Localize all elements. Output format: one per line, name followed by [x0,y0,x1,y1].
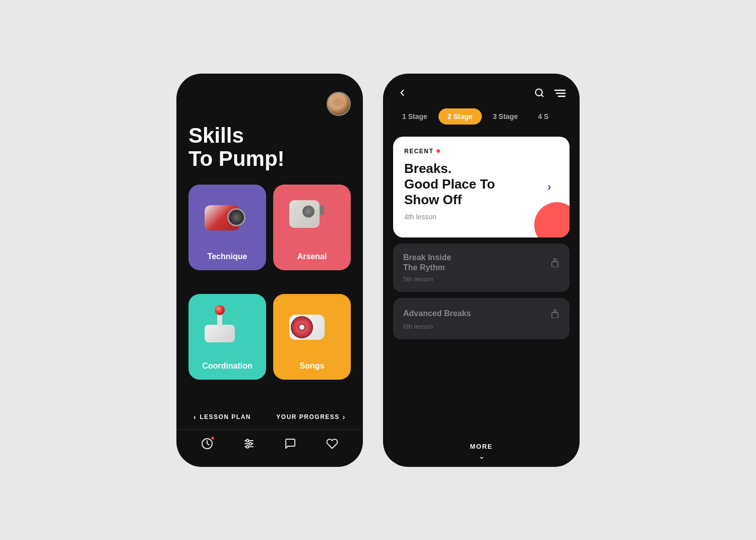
menu-button[interactable] [554,88,565,100]
header-actions [534,88,565,100]
more-label: MORE [470,443,493,450]
sliders-tab[interactable] [243,438,255,453]
lesson-card-5[interactable]: Break Inside The Rythm 5th lesson [393,244,570,292]
coordination-label: Coordination [202,362,253,371]
svg-rect-13 [552,313,558,318]
coordination-icon [205,302,250,342]
avatar-image [328,93,350,115]
navigate-arrow[interactable]: › [540,178,558,196]
search-button[interactable] [534,88,544,100]
lock-icon-5 [550,256,559,270]
heart-tab[interactable] [326,438,338,453]
phone2-content: RECENT Breaks. Good Place To Show Off 4t… [383,133,580,437]
technique-icon [205,193,250,233]
svg-point-4 [246,439,248,442]
svg-rect-12 [552,262,558,267]
skill-card-songs[interactable]: Songs [273,294,351,380]
phone1-content: Skills To Pump! Technique [176,74,363,429]
your-progress-nav[interactable]: YOUR PROGRESS › [276,413,346,421]
page-wrapper: Skills To Pump! Technique [0,0,756,540]
skills-grid: Technique Arsenal [188,185,351,397]
phone1-header [188,84,351,116]
recent-card[interactable]: RECENT Breaks. Good Place To Show Off 4t… [393,137,570,237]
avatar[interactable] [327,92,351,116]
chat-tab[interactable] [284,438,296,453]
notification-dot [211,437,214,440]
songs-icon [289,302,335,342]
stage-tab-4[interactable]: 4 S [529,108,557,125]
chevron-left-icon: ‹ [194,413,197,421]
lesson-num-5: 5th lesson [403,275,559,283]
lesson-row: Break Inside The Rythm [403,253,559,274]
skill-card-technique[interactable]: Technique [188,185,266,270]
svg-point-5 [249,442,251,445]
recent-title: Breaks. Good Place To Show Off [404,161,520,208]
lesson-num-6: 6th lesson [403,323,559,330]
arsenal-icon [289,193,335,233]
arsenal-label: Arsenal [297,252,327,261]
phone1-nav: ‹ LESSON PLAN YOUR PROGRESS › [188,405,351,429]
stage-tab-2[interactable]: 2 Stage [438,108,482,125]
bottom-bar [176,429,363,467]
svg-line-8 [541,94,543,96]
chevron-down-icon: ⌄ [478,451,485,461]
back-button[interactable] [397,88,407,100]
technique-label: Technique [208,252,247,261]
lesson-plan-nav[interactable]: ‹ LESSON PLAN [194,413,251,421]
chevron-right-icon: › [343,413,346,421]
stage-tab-3[interactable]: 3 Stage [484,108,527,125]
lesson-row: Advanced Breaks [403,307,559,321]
lock-icon-6 [550,307,559,321]
decoration-circle [534,202,570,237]
stage-tab-1[interactable]: 1 Stage [393,108,436,125]
stage-tabs: 1 Stage 2 Stage 3 Stage 4 S [383,108,580,133]
phone2: 1 Stage 2 Stage 3 Stage 4 S RECENT Break… [383,74,580,467]
recent-dot [436,149,440,153]
skill-card-coordination[interactable]: Coordination [188,294,266,380]
recent-label: RECENT [404,148,558,155]
lesson-card-6[interactable]: Advanced Breaks 6th lesson [393,298,570,339]
phone2-header [383,74,580,108]
more-button[interactable]: MORE ⌄ [383,437,580,467]
lesson-title-5: Break Inside The Rythm [403,253,451,274]
phone1: Skills To Pump! Technique [176,74,363,467]
phone1-title: Skills To Pump! [188,124,351,170]
app-title: Skills To Pump! [188,124,351,170]
svg-point-6 [246,445,248,448]
lesson-title-6: Advanced Breaks [403,309,471,319]
skill-card-arsenal[interactable]: Arsenal [273,185,351,270]
songs-label: Songs [300,362,325,371]
clock-tab[interactable] [201,438,213,453]
